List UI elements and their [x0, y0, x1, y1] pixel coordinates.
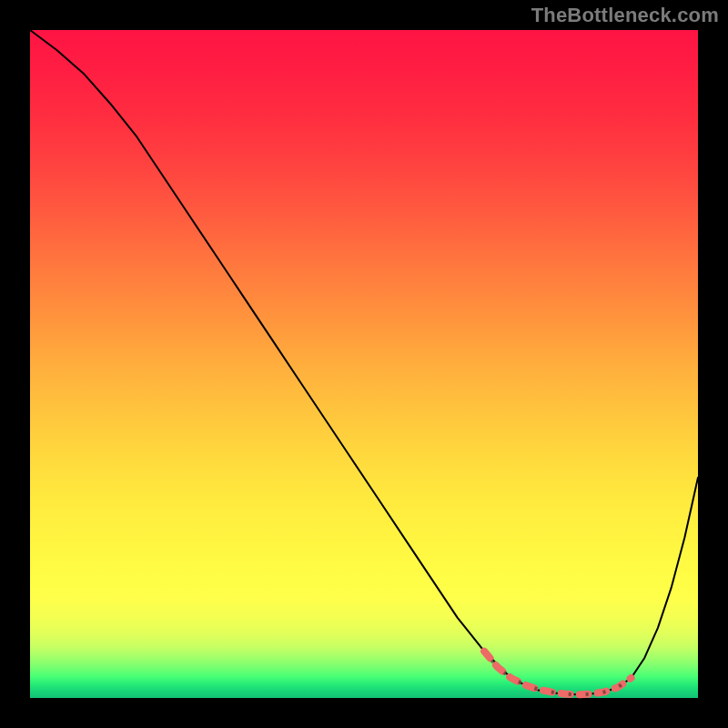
site-watermark: TheBottleneck.com [531, 4, 719, 27]
plot-area [30, 30, 698, 698]
chart-container: TheBottleneck.com [0, 0, 728, 728]
chart-svg [0, 0, 728, 728]
